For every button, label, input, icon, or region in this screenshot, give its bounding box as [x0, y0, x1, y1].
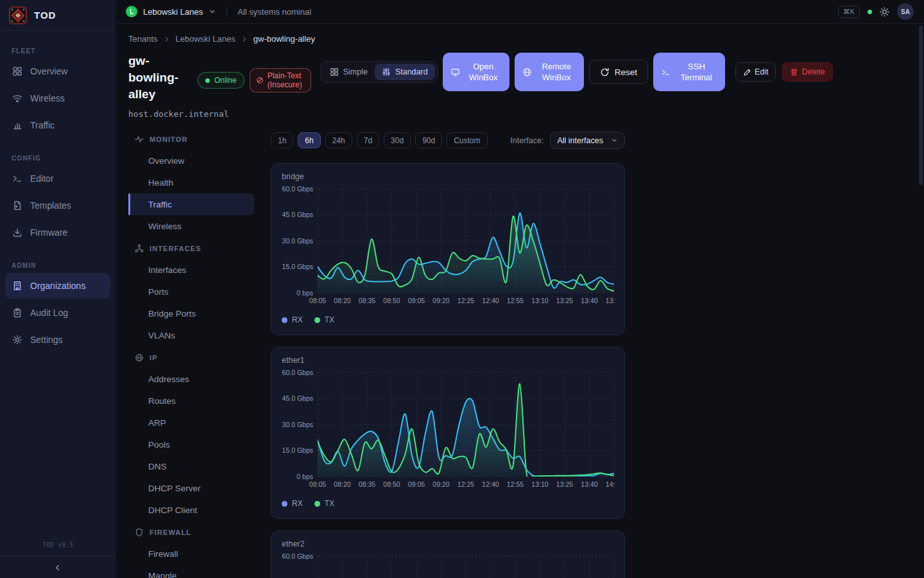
- vertical-scrollbar[interactable]: [919, 26, 923, 185]
- device-nav-item-dns[interactable]: DNS: [128, 455, 254, 477]
- view-mode-simple[interactable]: Simple: [323, 64, 375, 80]
- sidebar-item-traffic[interactable]: Traffic: [5, 112, 110, 138]
- svg-text:45.0 Gbps: 45.0 Gbps: [282, 394, 313, 402]
- sidebar-footer: TOD v9.5: [0, 535, 116, 578]
- svg-text:12:55: 12:55: [507, 480, 524, 488]
- device-nav-item-mangle[interactable]: Mangle: [128, 565, 254, 578]
- monitor-icon: [450, 67, 460, 77]
- health-status-dot: [868, 10, 872, 14]
- breadcrumb: Tenants Lebowski Lanes gw-bowling-alley: [128, 34, 911, 44]
- view-mode-toggle: Simple Standard: [320, 61, 438, 83]
- ssh-terminal-button[interactable]: SSH Terminal: [653, 53, 725, 91]
- device-nav-item-arp[interactable]: ARP: [128, 412, 254, 434]
- remote-winbox-button[interactable]: Remote WinBox: [515, 53, 584, 91]
- breadcrumb-tenant[interactable]: Lebowski Lanes: [176, 34, 235, 44]
- refresh-icon: [600, 67, 610, 77]
- device-nav-item-wireless[interactable]: Wireless: [128, 215, 254, 237]
- topbar: L Lebowski Lanes All systems nominal ⌘K …: [116, 0, 924, 24]
- nodes-icon: [135, 244, 144, 253]
- chart-card-ether2: ether260.0 Gbps45.0 Gbps30.0 Gbps15.0 Gb…: [271, 530, 625, 578]
- svg-text:13:25: 13:25: [556, 480, 573, 488]
- traffic-chart-ether2: 60.0 Gbps45.0 Gbps30.0 Gbps15.0 Gbps0 bp…: [282, 551, 614, 578]
- sidebar-item-organizations[interactable]: Organizations: [5, 273, 110, 299]
- download-icon: [12, 227, 22, 238]
- device-nav: MONITOROverviewHealthTrafficWirelessINTE…: [128, 128, 254, 578]
- sidebar-item-templates[interactable]: Templates: [5, 193, 110, 218]
- brand: TOD: [0, 0, 116, 31]
- svg-text:13:25: 13:25: [556, 297, 573, 304]
- sidebar-section-admin: ADMIN: [0, 262, 116, 269]
- time-range-6h[interactable]: 6h: [298, 132, 320, 148]
- chart-legend: RXTX: [282, 499, 614, 508]
- device-nav-item-interfaces[interactable]: Interfaces: [128, 259, 254, 281]
- svg-text:08:50: 08:50: [383, 480, 400, 488]
- sidebar-section-config: CONFIG: [0, 155, 116, 162]
- interface-select[interactable]: All interfaces: [550, 132, 625, 149]
- page-header: gw-bowling-alley Online Plain-Text (Inse…: [128, 53, 911, 103]
- sidebar-item-wireless[interactable]: Wireless: [5, 85, 110, 111]
- chart-title: ether2: [282, 539, 614, 548]
- time-range-custom[interactable]: Custom: [447, 132, 487, 148]
- svg-text:15.0 Gbps: 15.0 Gbps: [282, 263, 313, 270]
- device-nav-item-firewall[interactable]: Firewall: [128, 543, 254, 565]
- device-nav-item-overview[interactable]: Overview: [128, 150, 254, 171]
- device-nav-item-health[interactable]: Health: [128, 171, 254, 193]
- globe-icon: [135, 353, 144, 362]
- sidebar-item-settings[interactable]: Settings: [5, 327, 110, 353]
- tod-logo-icon: [9, 6, 27, 24]
- time-range-7d[interactable]: 7d: [357, 132, 379, 148]
- view-mode-standard[interactable]: Standard: [375, 64, 435, 80]
- terminal-icon: [661, 67, 671, 77]
- sidebar-item-audit-log[interactable]: Audit Log: [5, 300, 110, 326]
- tenant-switcher[interactable]: L Lebowski Lanes: [126, 6, 216, 17]
- svg-text:08:35: 08:35: [359, 480, 375, 488]
- time-range-30d[interactable]: 30d: [384, 132, 411, 148]
- time-range-24h[interactable]: 24h: [325, 132, 352, 148]
- building-icon: [12, 281, 22, 292]
- svg-text:60.0 Gbps: 60.0 Gbps: [282, 552, 313, 560]
- device-nav-item-dhcp-client[interactable]: DHCP Client: [128, 499, 254, 521]
- svg-text:09:20: 09:20: [432, 480, 449, 488]
- device-nav-item-addresses[interactable]: Addresses: [128, 368, 254, 390]
- breadcrumb-tenants[interactable]: Tenants: [128, 34, 158, 44]
- time-range-1h[interactable]: 1h: [271, 132, 293, 148]
- chevron-right-icon: [241, 35, 248, 43]
- legend-tx: TX: [314, 315, 334, 324]
- open-winbox-button[interactable]: Open WinBox: [443, 53, 509, 91]
- command-palette-shortcut[interactable]: ⌘K: [838, 6, 860, 18]
- system-status-text: All systems nominal: [237, 7, 311, 17]
- device-nav-section-interfaces: INTERFACES: [128, 238, 254, 259]
- legend-dot-icon: [314, 501, 320, 507]
- device-nav-item-routes[interactable]: Routes: [128, 390, 254, 412]
- sidebar-item-firmware[interactable]: Firmware: [5, 220, 110, 245]
- device-nav-item-pools[interactable]: Pools: [128, 434, 254, 455]
- chart-legend: RXTX: [282, 315, 614, 324]
- sidebar-collapse-button[interactable]: [0, 556, 116, 578]
- device-nav-item-dhcp-server[interactable]: DHCP Server: [128, 477, 254, 499]
- sidebar-item-overview[interactable]: Overview: [5, 58, 110, 84]
- svg-text:14:00: 14:00: [606, 480, 615, 488]
- device-nav-item-traffic[interactable]: Traffic: [128, 193, 254, 215]
- delete-button[interactable]: Delete: [782, 62, 832, 82]
- device-nav-section-ip: IP: [128, 347, 254, 368]
- tenant-name: Lebowski Lanes: [143, 7, 203, 17]
- interface-label: Interface:: [510, 136, 543, 145]
- time-range-90d[interactable]: 90d: [415, 132, 442, 148]
- clipboard-icon: [12, 308, 22, 319]
- device-nav-item-bridge-ports[interactable]: Bridge Ports: [128, 302, 254, 324]
- device-nav-item-ports[interactable]: Ports: [128, 281, 254, 302]
- reset-button[interactable]: Reset: [589, 60, 648, 84]
- chart-list: bridge60.0 Gbps45.0 Gbps30.0 Gbps15.0 Gb…: [271, 163, 625, 578]
- svg-text:45.0 Gbps: 45.0 Gbps: [282, 211, 313, 218]
- svg-text:08:35: 08:35: [359, 297, 375, 304]
- grid-icon: [330, 67, 339, 76]
- device-nav-section-firewall: FIREWALL: [128, 522, 254, 543]
- user-avatar[interactable]: SA: [897, 3, 914, 20]
- sidebar-item-editor[interactable]: Editor: [5, 166, 110, 191]
- device-nav-item-vlans[interactable]: VLANs: [128, 324, 254, 346]
- edit-button[interactable]: Edit: [735, 62, 776, 82]
- svg-text:08:20: 08:20: [334, 297, 350, 304]
- sliders-icon: [382, 67, 391, 76]
- theme-toggle-button[interactable]: [880, 7, 889, 17]
- tenant-avatar: L: [126, 6, 137, 17]
